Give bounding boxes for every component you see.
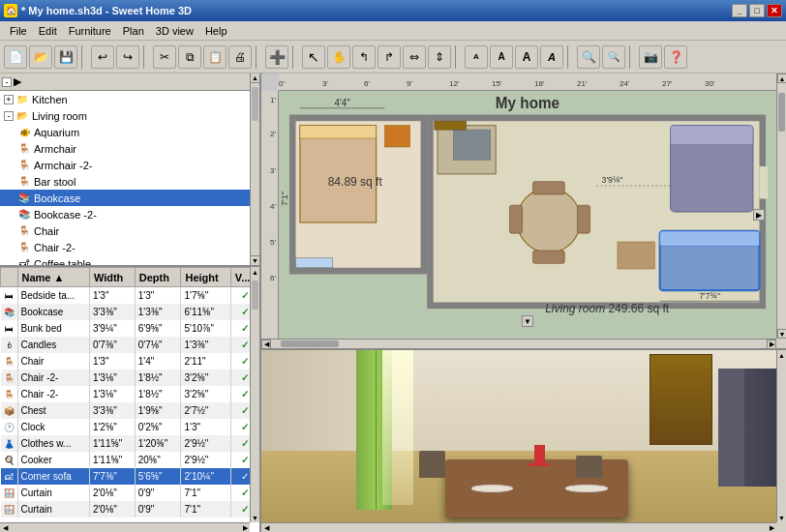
visible-check[interactable]: ✓ xyxy=(241,372,249,383)
visible-check[interactable]: ✓ xyxy=(241,422,249,432)
plan-scroll-up[interactable]: ▲ xyxy=(777,74,786,83)
text-size1-button[interactable]: A xyxy=(465,45,488,69)
new-button[interactable]: 📄 xyxy=(4,45,27,69)
tree-item-bookcase2[interactable]: 📚 Bookcase -2- xyxy=(0,206,259,222)
table-row[interactable]: 👗 Clothes w... 1'11⅝" 1'20⅜" 2'9½" ✓ xyxy=(1,435,259,452)
table-row-selected[interactable]: 🛋 Corner sofa 7'7⅜" 5'6⅝" 2'10¼" ✓ xyxy=(1,468,259,485)
plan-scrollbar-v[interactable]: ▲ ▼ xyxy=(776,74,786,339)
3d-scroll-up[interactable]: ▲ xyxy=(777,350,786,360)
visible-check[interactable]: ✓ xyxy=(241,323,249,334)
photo-button[interactable]: 📷 xyxy=(639,45,662,69)
tree-item-bookcase[interactable]: 📚 Bookcase xyxy=(0,190,259,206)
table-scrollbar-h[interactable]: ◀ ▶ xyxy=(0,522,250,532)
menu-edit[interactable]: Edit xyxy=(33,23,63,39)
3d-scroll-down[interactable]: ▼ xyxy=(777,513,786,522)
tree-item-chair2[interactable]: 🪑 Chair -2- xyxy=(0,239,259,255)
redo-button[interactable]: ↪ xyxy=(116,45,139,69)
table-row[interactable]: 🪑 Chair -2- 1'3⅛" 1'8½" 3'2⅝" ✓ xyxy=(1,369,259,386)
3d-scroll-left[interactable]: ◀ xyxy=(261,523,271,532)
tree-item-livingroom[interactable]: - 📂 Living room xyxy=(0,107,259,124)
menu-furniture[interactable]: Furniture xyxy=(63,23,117,39)
menu-3dview[interactable]: 3D view xyxy=(150,23,199,39)
rotate-left-button[interactable]: ↰ xyxy=(352,45,376,69)
plan-scroll-down[interactable]: ▼ xyxy=(777,329,786,339)
visible-check[interactable]: ✓ xyxy=(241,307,249,317)
zoom-in-button[interactable]: 🔍 xyxy=(577,45,600,69)
table-row[interactable]: 🍳 Cooker 1'11⅝" 20⅝" 2'9½" ✓ xyxy=(1,452,259,468)
table-row[interactable]: 🪑 Chair -2- 1'3⅛" 1'8½" 3'2⅝" ✓ xyxy=(1,386,259,402)
mirror-h-button[interactable]: ⇔ xyxy=(403,45,426,69)
visible-check[interactable]: ✓ xyxy=(241,340,249,350)
tree-expand-all[interactable]: - xyxy=(2,77,12,87)
3d-scrollbar-h[interactable]: ◀ ▶ xyxy=(261,522,776,532)
scroll-down-btn[interactable]: ▼ xyxy=(251,255,259,265)
table-row[interactable]: 📚 Bookcase 3'3⅜" 1'3⅜" 6'11⅝" ✓ xyxy=(1,304,259,320)
undo-button[interactable]: ↩ xyxy=(91,45,114,69)
save-button[interactable]: 💾 xyxy=(54,45,77,69)
livingroom-expand[interactable]: - xyxy=(4,111,14,121)
plan-scrollbar-h[interactable]: ◀ ▶ xyxy=(261,339,776,348)
paste-button[interactable]: 📋 xyxy=(203,45,227,69)
table-scroll-down[interactable]: ▼ xyxy=(251,513,259,522)
print-button[interactable]: 🖨 xyxy=(228,45,252,69)
col-name[interactable]: Name ▲ xyxy=(17,268,89,287)
menu-help[interactable]: Help xyxy=(199,23,233,39)
visible-check[interactable]: ✓ xyxy=(241,356,249,367)
pan-button[interactable]: ✋ xyxy=(327,45,350,69)
open-button[interactable]: 📂 xyxy=(29,45,52,69)
table-scrollbar-v[interactable]: ▲ ▼ xyxy=(250,267,259,522)
minimize-button[interactable]: _ xyxy=(732,4,747,17)
visible-check[interactable]: ✓ xyxy=(241,405,249,416)
col-height[interactable]: Height xyxy=(181,268,230,287)
tree-item-barstool[interactable]: 🪑 Bar stool xyxy=(0,173,259,190)
table-row[interactable]: 🛏 Bunk bed 3'9¼" 6'9⅝" 5'10⅞" ✓ xyxy=(1,320,259,337)
col-depth[interactable]: Depth xyxy=(135,268,181,287)
text-size2-button[interactable]: A xyxy=(490,45,513,69)
mirror-v-button[interactable]: ⇕ xyxy=(428,45,451,69)
visible-check[interactable]: ✓ xyxy=(241,290,249,301)
table-row[interactable]: 🛏 Bedside ta... 1'3" 1'3" 1'7⅝" ✓ xyxy=(1,287,259,304)
menu-file[interactable]: File xyxy=(4,23,33,39)
tree-item-coffeetable[interactable]: 🛋 Coffee table xyxy=(0,255,259,267)
visible-check[interactable]: ✓ xyxy=(241,504,249,515)
kitchen-expand[interactable]: + xyxy=(4,95,14,104)
table-row[interactable]: 🪟 Curtain 2'0⅛" 0'9" 7'1" ✓ xyxy=(1,485,259,501)
plan-canvas[interactable]: My home 4'4" xyxy=(279,91,776,339)
tree-item-aquarium[interactable]: 🐠 Aquarium xyxy=(0,124,259,140)
help-button[interactable]: ❓ xyxy=(664,45,687,69)
tree-item-kitchen[interactable]: + 📁 Kitchen xyxy=(0,91,259,107)
add-furniture-button[interactable]: ➕ xyxy=(265,45,288,69)
table-row[interactable]: 🪟 Curtain 2'0⅛" 0'9" 7'1" ✓ xyxy=(1,501,259,517)
visible-check[interactable]: ✓ xyxy=(241,455,249,465)
select-button[interactable]: ↖ xyxy=(302,45,325,69)
table-scroll-up[interactable]: ▲ xyxy=(251,267,259,277)
floor-plan[interactable]: 0' 3' 6' 9' 12' 15' 18' 21' 24' 27' 30' … xyxy=(261,74,786,348)
scroll-up-btn[interactable]: ▲ xyxy=(251,74,259,83)
cut-button[interactable]: ✂ xyxy=(153,45,176,69)
table-row[interactable]: 🕯 Candles 0'7⅜" 0'7⅛" 1'3⅜" ✓ xyxy=(1,337,259,353)
visible-check[interactable]: ✓ xyxy=(241,438,249,449)
table-row[interactable]: 🪑 Chair 1'3" 1'4" 2'11" ✓ xyxy=(1,353,259,369)
view-3d[interactable]: ▲ ▼ ◀ ▶ xyxy=(261,348,786,532)
plan-scroll-right[interactable]: ▶ xyxy=(767,340,776,348)
visible-check[interactable]: ✓ xyxy=(241,389,249,399)
visible-check[interactable]: ✓ xyxy=(241,488,249,498)
close-button[interactable]: ✕ xyxy=(767,4,782,17)
text-size3-button[interactable]: A xyxy=(515,45,538,69)
text-size4-button[interactable]: A xyxy=(540,45,563,69)
table-scroll-left[interactable]: ◀ xyxy=(0,523,10,532)
3d-scrollbar-v[interactable]: ▲ ▼ xyxy=(776,350,786,522)
table-scroll-right[interactable]: ▶ xyxy=(240,523,250,532)
tree-item-armchair2[interactable]: 🪑 Armchair -2- xyxy=(0,157,259,173)
zoom-out-button[interactable]: 🔍 xyxy=(602,45,625,69)
3d-scroll-right[interactable]: ▶ xyxy=(767,523,776,532)
plan-scroll-left[interactable]: ◀ xyxy=(261,340,271,348)
tree-item-armchair[interactable]: 🪑 Armchair xyxy=(0,140,259,157)
tree-scrollbar[interactable]: ▲ ▼ xyxy=(250,74,259,265)
table-area[interactable]: Name ▲ Width Depth Height V... 🛏 Bedside… xyxy=(0,267,259,532)
tree-item-chair[interactable]: 🪑 Chair xyxy=(0,222,259,239)
tree-view[interactable]: - ▶ + 📁 Kitchen - 📂 Living room 🐠 Aquari… xyxy=(0,74,259,267)
table-row[interactable]: 📦 Chest 3'3⅜" 1'9⅝" 2'7½" ✓ xyxy=(1,402,259,419)
copy-button[interactable]: ⧉ xyxy=(178,45,201,69)
nav-right-arrow[interactable]: ▶ xyxy=(753,209,765,221)
